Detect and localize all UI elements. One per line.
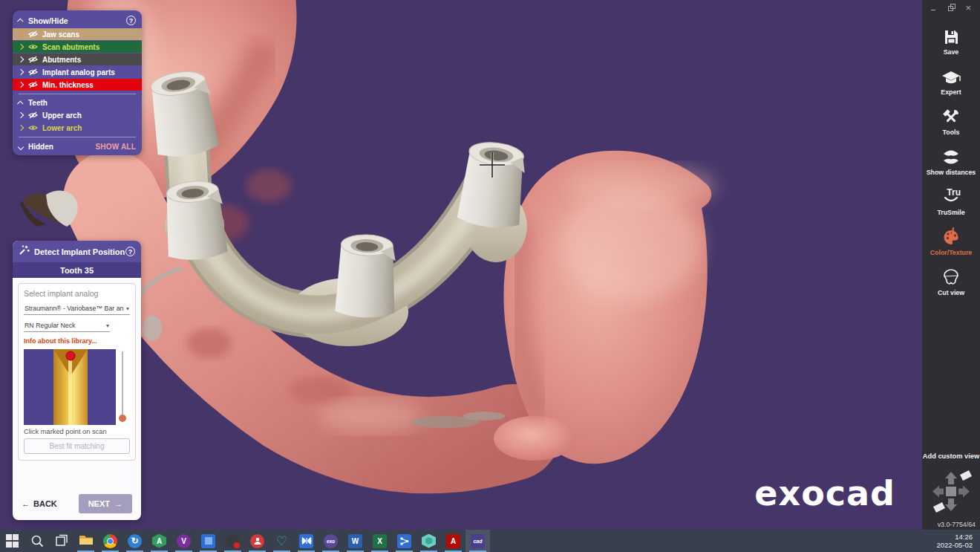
taskbar-acrobat[interactable]: A (441, 530, 466, 552)
v-app-icon: V (177, 534, 191, 548)
save-icon (942, 25, 960, 46)
taskbar-heart-app[interactable]: ♡ (270, 530, 294, 552)
expand-chevron-icon (18, 69, 24, 75)
clock-time: 14:26 (936, 533, 973, 541)
version-label: v3.0-7754/64 (938, 521, 980, 528)
show-hide-title: Show/Hide (28, 16, 126, 25)
taskbar-v-app[interactable]: V (172, 530, 196, 552)
implant-analog-card: Select implant analog Straumann® - Vario… (18, 283, 136, 461)
right-toolbar: × Save Expert Tools Show distances Tru (922, 0, 980, 530)
scan-abutment-3 (335, 234, 397, 319)
hidden-section-label: Hidden (28, 143, 95, 151)
teeth-section-header[interactable]: Teeth (13, 97, 142, 109)
taskbar-hexagon-a-app[interactable]: A (147, 530, 172, 552)
taskbar-clock[interactable]: 14:26 2022-05-02 (936, 533, 980, 549)
view-up-arrow (945, 472, 957, 484)
expand-chevron-icon[interactable] (18, 143, 24, 149)
eye-visible-icon (28, 43, 38, 51)
taskbar-sync-app[interactable]: ↻ (122, 530, 147, 552)
exocad-app-icon: exo (324, 534, 338, 548)
implant-type-dropdown[interactable]: RN Regular Neck ▾ (24, 320, 110, 332)
sidebar-item-trusmile[interactable]: Tru TruSmile (937, 186, 964, 216)
eye-hidden-icon (28, 68, 38, 76)
taskbar-cube-app[interactable] (416, 530, 441, 552)
sidebar-item-cut-view[interactable]: Cut view (938, 266, 964, 296)
3d-viewport[interactable]: exocad Show/Hide ? Jaw scans Scan abutme… (0, 0, 922, 530)
layer-row-lower-arch[interactable]: Lower arch (13, 122, 142, 134)
taskbar-recorder-app[interactable] (220, 530, 245, 552)
trusmile-icon: Tru (941, 186, 961, 207)
taskbar-file-explorer[interactable] (74, 530, 98, 552)
search-icon (30, 534, 44, 548)
hexagon-a-icon: A (152, 534, 166, 548)
collapse-chevron-icon[interactable] (17, 18, 23, 24)
layer-row-min-thickness[interactable]: Min. thickness (13, 79, 142, 91)
best-fit-matching-button[interactable]: Best fit matching (24, 438, 130, 454)
next-arrow-icon: → (114, 499, 122, 508)
slider-handle[interactable] (119, 415, 126, 422)
taskbar-exocad-app[interactable]: exo (318, 530, 343, 552)
show-distances-icon (941, 146, 961, 166)
butterfly-icon (299, 534, 313, 548)
taskbar-photos-app[interactable] (196, 530, 220, 552)
show-hide-panel: Show/Hide ? Jaw scans Scan abutments Abu… (13, 10, 142, 155)
library-info-link[interactable]: Info about this library... (24, 337, 130, 345)
clock-date: 2022-05-02 (936, 541, 973, 549)
exocad-logo: exocad (754, 473, 895, 513)
layer-row-scan-abutments[interactable]: Scan abutments (13, 41, 142, 53)
search-button[interactable] (24, 530, 49, 552)
depth-slider[interactable] (116, 349, 129, 425)
start-button[interactable] (0, 530, 24, 552)
taskbar-chrome[interactable] (98, 530, 122, 552)
sidebar-item-expert[interactable]: Expert (941, 65, 961, 96)
close-button[interactable]: × (965, 4, 971, 12)
dropdown-arrow-icon: ▾ (106, 322, 109, 329)
scan-abutment-2 (162, 179, 228, 262)
jaw-scan-mesh (64, 0, 716, 464)
sidebar-item-tools[interactable]: Tools (941, 105, 961, 136)
expand-chevron-icon (18, 82, 24, 88)
word-icon: W (348, 534, 362, 548)
taskbar-share-app[interactable] (392, 530, 416, 552)
scan-fragment (20, 190, 78, 227)
layer-row-implant-analog-parts[interactable]: Implant analog parts (13, 66, 142, 78)
sidebar-item-color-texture[interactable]: Color/Texture (930, 226, 973, 256)
file-explorer-icon (79, 533, 94, 549)
help-icon[interactable]: ? (125, 247, 135, 256)
back-button[interactable]: ← BACK (22, 499, 57, 508)
cube-icon (422, 534, 436, 548)
implant-library-dropdown[interactable]: Straumann® - Variobase™ Bar and B ▾ (24, 303, 130, 315)
implant-analog-graphic (24, 349, 116, 425)
view-right-arrow (958, 486, 970, 498)
view-navigation-widget[interactable] (927, 464, 976, 518)
select-implant-label: Select implant analog (24, 289, 130, 298)
add-custom-view-button[interactable]: Add custom view (923, 452, 979, 460)
tools-icon (941, 105, 961, 126)
color-texture-palette-icon (941, 226, 961, 247)
dentalcad-icon: cad (471, 534, 485, 548)
task-view-button[interactable] (49, 530, 74, 552)
taskbar-word[interactable]: W (343, 530, 368, 552)
restore-button[interactable] (948, 4, 953, 12)
layer-row-jaw-scans[interactable]: Jaw scans (13, 28, 142, 40)
taskbar-excel[interactable]: X (368, 530, 392, 552)
taskbar-dentalcad-active[interactable]: cad (466, 530, 490, 552)
taskbar-butterfly-app[interactable] (294, 530, 318, 552)
detect-implant-position-panel: Detect Implant Position ? Tooth 35 Selec… (13, 241, 141, 520)
sidebar-item-save[interactable]: Save (942, 25, 960, 56)
magic-detect-icon (19, 244, 30, 259)
layer-row-abutments[interactable]: Abutments (13, 53, 142, 65)
eye-hidden-icon (28, 56, 38, 63)
acrobat-icon: A (446, 534, 460, 548)
minimize-button[interactable] (931, 6, 935, 10)
photos-icon (201, 534, 215, 548)
sidebar-item-show-distances[interactable]: Show distances (927, 146, 976, 176)
help-icon[interactable]: ? (126, 16, 136, 25)
layer-row-upper-arch[interactable]: Upper arch (13, 109, 142, 121)
marked-point-dot (66, 351, 75, 360)
taskbar-person-app[interactable] (245, 530, 270, 552)
next-button[interactable]: NEXT → (79, 494, 132, 513)
show-all-button[interactable]: SHOW ALL (95, 143, 136, 151)
divider (19, 137, 136, 137)
heart-icon: ♡ (276, 535, 287, 548)
